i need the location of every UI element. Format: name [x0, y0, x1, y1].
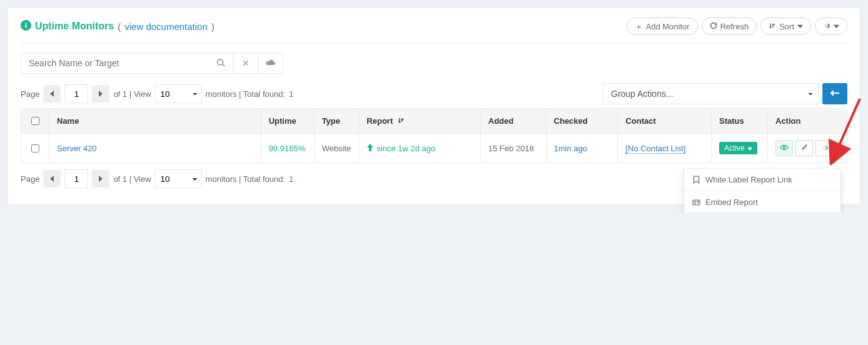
svg-rect-1 — [25, 24, 26, 28]
row-actions — [775, 140, 839, 156]
settings-button[interactable] — [815, 18, 847, 35]
id-card-icon — [692, 199, 700, 206]
search-clear-button[interactable]: ✕ — [233, 52, 258, 74]
search-input[interactable] — [21, 52, 208, 74]
search-submit-button[interactable] — [208, 52, 233, 74]
refresh-button[interactable]: Refresh — [702, 18, 757, 35]
page-label: Page — [21, 89, 39, 99]
dd-embed-report[interactable]: Embed Report — [684, 191, 840, 212]
edit-button[interactable] — [795, 140, 813, 156]
next-page-button[interactable] — [92, 85, 109, 102]
dropdown-caret — [825, 164, 834, 169]
group-actions-select[interactable]: Group Actions... — [603, 83, 819, 104]
col-added[interactable]: Added — [480, 109, 546, 134]
per-page-select[interactable]: 10 — [155, 84, 202, 103]
row-checkbox[interactable] — [31, 144, 39, 152]
checked-value[interactable]: 1min ago — [554, 144, 587, 153]
svg-point-4 — [783, 146, 785, 149]
title-text: Uptime Monitors — [35, 21, 114, 32]
row-actions-dropdown: White Label Report Link Embed Report Set… — [684, 168, 841, 212]
chevron-down-icon — [747, 144, 752, 152]
col-status[interactable]: Status — [711, 109, 767, 134]
uptime-monitors-panel: Uptime Monitors (view documentation) ＋ A… — [8, 8, 860, 205]
svg-point-6 — [694, 201, 695, 202]
row-gear-button[interactable] — [815, 140, 839, 156]
select-all-checkbox[interactable] — [31, 117, 39, 125]
page-input[interactable] — [64, 169, 88, 188]
cloud-icon — [266, 58, 276, 68]
status-badge[interactable]: Active — [719, 142, 757, 154]
plus-icon: ＋ — [635, 22, 643, 31]
gear-icon — [823, 22, 830, 31]
sort-button[interactable]: Sort — [760, 18, 811, 35]
panel-header: Uptime Monitors (view documentation) ＋ A… — [21, 18, 847, 43]
prev-page-button[interactable] — [43, 85, 61, 102]
info-icon — [21, 20, 31, 33]
col-contact[interactable]: Contact — [618, 109, 712, 134]
arrow-left-icon — [830, 89, 840, 99]
uptime-value: 99.9165% — [269, 144, 306, 153]
col-action: Action — [768, 109, 847, 134]
panel-title: Uptime Monitors (view documentation) — [21, 20, 214, 33]
added-value: 15 Feb 2018 — [480, 134, 546, 163]
cloud-filter-button[interactable] — [258, 52, 283, 74]
group-actions-go-button[interactable] — [822, 83, 847, 104]
col-type[interactable]: Type — [314, 109, 359, 134]
per-page-select[interactable]: 10 — [155, 169, 202, 188]
pencil-icon — [800, 144, 808, 153]
add-monitor-button[interactable]: ＋ Add Monitor — [627, 18, 698, 35]
col-name[interactable]: Name — [49, 109, 261, 134]
monitors-table: Name Uptime Type Report Added Checked Co… — [21, 108, 847, 163]
total-found: 1 — [289, 89, 293, 99]
chevron-down-icon — [830, 144, 834, 152]
pagination-top: Page of 1 | View 10 monitors | Total fou… — [21, 83, 847, 104]
contact-link[interactable]: [No Contact List] — [625, 144, 685, 154]
bookmark-icon — [692, 176, 700, 184]
sort-icon — [769, 22, 776, 31]
gear-icon — [821, 144, 829, 153]
refresh-icon — [710, 22, 717, 31]
col-report[interactable]: Report — [359, 109, 480, 134]
toolbar: ＋ Add Monitor Refresh Sort — [627, 18, 847, 35]
view-documentation-link[interactable]: view documentation — [124, 21, 208, 32]
chevron-down-icon — [797, 22, 803, 31]
page-input[interactable] — [64, 84, 88, 103]
search-bar: ✕ — [21, 52, 847, 74]
col-checked[interactable]: Checked — [546, 109, 618, 134]
tail-text: monitors | Total found: — [206, 89, 285, 99]
svg-rect-2 — [25, 22, 26, 24]
report-link[interactable]: since 1w 2d ago — [366, 144, 435, 153]
chevron-down-icon — [834, 22, 839, 31]
table-header-row: Name Uptime Type Report Added Checked Co… — [21, 109, 847, 134]
of-text: of 1 | View — [113, 89, 151, 99]
search-icon — [216, 58, 225, 69]
monitor-name-link[interactable]: Server 420 — [57, 144, 97, 153]
arrow-up-icon — [366, 144, 374, 153]
next-page-button[interactable] — [92, 170, 109, 188]
close-icon: ✕ — [242, 58, 250, 68]
type-value: Website — [314, 134, 359, 163]
svg-point-3 — [217, 59, 223, 64]
view-button[interactable] — [775, 140, 793, 156]
col-uptime[interactable]: Uptime — [261, 109, 314, 134]
eye-icon — [780, 144, 789, 152]
table-row: Server 420 99.9165% Website since 1w 2d … — [21, 134, 847, 163]
dd-white-label-link[interactable]: White Label Report Link — [684, 169, 840, 191]
sort-desc-icon — [398, 116, 405, 126]
prev-page-button[interactable] — [43, 170, 61, 188]
